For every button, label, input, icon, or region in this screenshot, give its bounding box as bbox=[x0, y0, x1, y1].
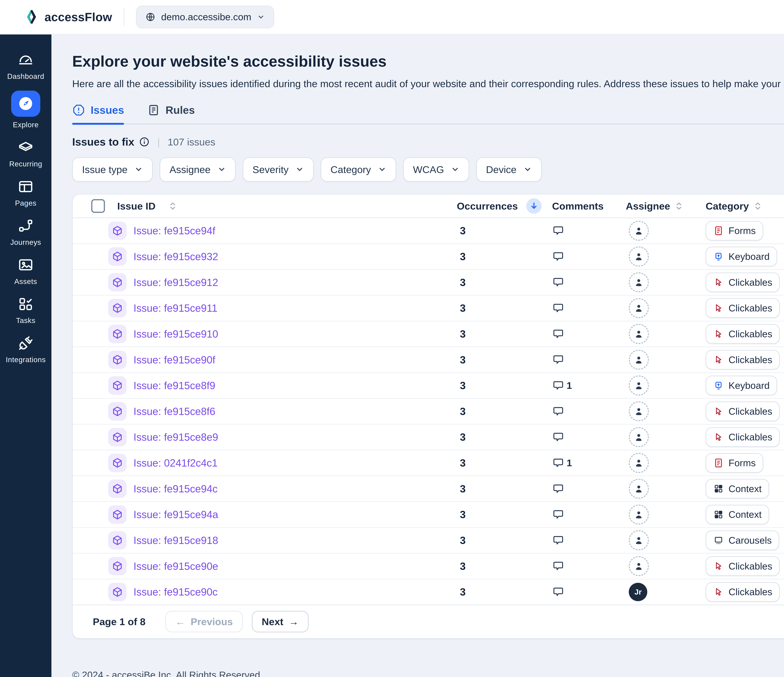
issue-link[interactable]: Issue: fe915ce94f bbox=[134, 225, 215, 237]
filter-wcag[interactable]: WCAG bbox=[403, 157, 469, 182]
comment-icon[interactable] bbox=[552, 354, 564, 366]
assignee-avatar[interactable]: Jr bbox=[629, 583, 647, 601]
issue-link[interactable]: Issue: fe915ce94a bbox=[134, 509, 218, 520]
sidebar-item-explore[interactable]: Explore bbox=[0, 89, 51, 130]
comment-icon[interactable] bbox=[552, 508, 564, 520]
issue-link[interactable]: Issue: fe915ce8f9 bbox=[134, 380, 215, 391]
category-badge: Carousels bbox=[706, 531, 779, 550]
column-header-occurrences[interactable]: Occurrences bbox=[457, 199, 552, 214]
table-row[interactable]: Issue: fe915ce90e3ClickablesHighLevel AL… bbox=[73, 553, 784, 579]
sidebar-item-tasks[interactable]: Tasks bbox=[0, 294, 51, 326]
unassigned-person-icon[interactable] bbox=[629, 401, 649, 421]
column-header-category[interactable]: Category bbox=[706, 200, 784, 212]
sidebar-item-dashboard[interactable]: Dashboard bbox=[0, 50, 51, 82]
sort-icon[interactable] bbox=[674, 201, 684, 211]
column-header-comments[interactable]: Comments bbox=[552, 200, 626, 212]
filter-issue-type[interactable]: Issue type bbox=[72, 157, 153, 182]
sidebar-item-integrations[interactable]: Integrations bbox=[0, 333, 51, 365]
unassigned-person-icon[interactable] bbox=[629, 505, 649, 525]
brand-logo[interactable]: accessFlow bbox=[25, 8, 112, 26]
issue-link[interactable]: Issue: fe915ce911 bbox=[134, 302, 217, 314]
filter-device[interactable]: Device bbox=[476, 157, 542, 182]
filter-assignee[interactable]: Assignee bbox=[160, 157, 236, 182]
issue-link[interactable]: Issue: fe915ce932 bbox=[134, 251, 218, 262]
issue-link[interactable]: Issue: fe915ce90e bbox=[134, 560, 218, 572]
domain-selector[interactable]: demo.accessibe.com bbox=[136, 6, 274, 28]
comment-icon[interactable] bbox=[552, 250, 564, 262]
previous-page-button[interactable]: ← Previous bbox=[165, 611, 243, 632]
comment-icon[interactable] bbox=[552, 483, 564, 495]
table-row[interactable]: Issue: fe915ce8f63ClickablesExtremeLevel… bbox=[73, 399, 784, 424]
unassigned-person-icon[interactable] bbox=[629, 453, 649, 473]
table-row[interactable]: Issue: fe915ce90f3ClickablesExtremeLevel… bbox=[73, 347, 784, 373]
forms-icon bbox=[713, 458, 724, 468]
sidebar-item-pages[interactable]: Pages bbox=[0, 177, 51, 209]
table-row[interactable]: Issue: fe915ce8e93ClickablesExtremeLevel… bbox=[73, 424, 784, 450]
unassigned-person-icon[interactable] bbox=[629, 530, 649, 550]
table-row[interactable]: Issue: 0241f2c4c131FormsExtremeLevel AFi… bbox=[73, 450, 784, 476]
unassigned-person-icon[interactable] bbox=[629, 350, 649, 370]
comment-icon[interactable] bbox=[552, 534, 564, 547]
comment-icon[interactable] bbox=[552, 586, 564, 598]
occurrences-value: 3 bbox=[457, 251, 552, 262]
comment-icon[interactable] bbox=[552, 276, 564, 288]
table-row[interactable]: Issue: fe915ce94f3FormsExtremeLevel AFie… bbox=[73, 218, 784, 244]
tab-rules[interactable]: Rules bbox=[147, 104, 195, 124]
clickables-icon bbox=[713, 329, 724, 339]
summary-separator: | bbox=[157, 136, 160, 148]
comment-icon[interactable] bbox=[552, 457, 564, 469]
unassigned-person-icon[interactable] bbox=[629, 247, 649, 266]
clickables-icon bbox=[713, 432, 724, 443]
unassigned-person-icon[interactable] bbox=[629, 221, 649, 241]
occurrences-value: 3 bbox=[457, 534, 552, 546]
issue-link[interactable]: Issue: fe915ce94c bbox=[134, 483, 218, 495]
table-row[interactable]: Issue: fe915ce90c3JrClickablesHighLevel … bbox=[73, 579, 784, 605]
comment-icon[interactable] bbox=[552, 560, 564, 572]
comment-icon[interactable] bbox=[552, 302, 564, 314]
table-row[interactable]: Issue: fe915ce9113ClickablesExtremeLevel… bbox=[73, 295, 784, 321]
issue-link[interactable]: Issue: fe915ce918 bbox=[134, 534, 218, 546]
issue-link[interactable]: Issue: 0241f2c4c1 bbox=[134, 457, 218, 469]
issue-link[interactable]: Issue: fe915ce90f bbox=[134, 354, 215, 366]
tab-issues[interactable]: Issues bbox=[72, 104, 124, 124]
issue-link[interactable]: Issue: fe915ce8e9 bbox=[134, 431, 218, 443]
comment-icon[interactable] bbox=[552, 379, 564, 391]
unassigned-person-icon[interactable] bbox=[629, 376, 649, 395]
filter-severity[interactable]: Severity bbox=[243, 157, 314, 182]
table-row[interactable]: Issue: fe915ce94c3ContextHighLevel AMain… bbox=[73, 476, 784, 502]
table-row[interactable]: Issue: fe915ce9123ClickablesExtremeLevel… bbox=[73, 270, 784, 295]
table-row[interactable]: Issue: fe915ce8f931KeyboardExtremeLevel … bbox=[73, 373, 784, 399]
table-row[interactable]: Issue: fe915ce94a3ContextHighLevel ASale… bbox=[73, 502, 784, 528]
table-row[interactable]: Issue: fe915ce9183CarouselsHighLevel ACa… bbox=[73, 528, 784, 554]
sidebar-item-assets[interactable]: Assets bbox=[0, 255, 51, 287]
unassigned-person-icon[interactable] bbox=[629, 556, 649, 576]
issue-link[interactable]: Issue: fe915ce8f6 bbox=[134, 405, 215, 417]
select-all-checkbox[interactable] bbox=[91, 199, 105, 213]
table-row[interactable]: Issue: fe915ce9103ClickablesExtremeLevel… bbox=[73, 321, 784, 347]
issue-link[interactable]: Issue: fe915ce912 bbox=[134, 276, 218, 288]
issue-link[interactable]: Issue: fe915ce910 bbox=[134, 328, 218, 340]
category-badge: Clickables bbox=[706, 298, 780, 318]
issue-link[interactable]: Issue: fe915ce90c bbox=[134, 586, 218, 598]
comment-icon[interactable] bbox=[552, 225, 564, 237]
comment-icon[interactable] bbox=[552, 431, 564, 443]
sort-desc-icon[interactable] bbox=[526, 199, 541, 214]
sort-icon[interactable] bbox=[753, 201, 763, 211]
info-icon[interactable] bbox=[139, 137, 150, 147]
unassigned-person-icon[interactable] bbox=[629, 479, 649, 498]
sort-icon[interactable] bbox=[168, 201, 178, 211]
table-row[interactable]: Issue: fe915ce9323KeyboardExtremeLevel A… bbox=[73, 244, 784, 270]
sidebar-item-recurring[interactable]: Recurring bbox=[0, 137, 51, 170]
comment-icon[interactable] bbox=[552, 328, 564, 340]
next-page-button[interactable]: Next → bbox=[252, 611, 308, 632]
chevron-down-icon bbox=[218, 165, 226, 174]
unassigned-person-icon[interactable] bbox=[629, 272, 649, 292]
column-header-assignee[interactable]: Assignee bbox=[626, 200, 706, 212]
unassigned-person-icon[interactable] bbox=[629, 324, 649, 344]
comment-icon[interactable] bbox=[552, 405, 564, 418]
unassigned-person-icon[interactable] bbox=[629, 427, 649, 447]
unassigned-person-icon[interactable] bbox=[629, 298, 649, 318]
filter-category[interactable]: Category bbox=[320, 157, 396, 182]
column-header-issue-id[interactable]: Issue ID bbox=[73, 199, 457, 213]
sidebar-item-journeys[interactable]: Journeys bbox=[0, 216, 51, 248]
